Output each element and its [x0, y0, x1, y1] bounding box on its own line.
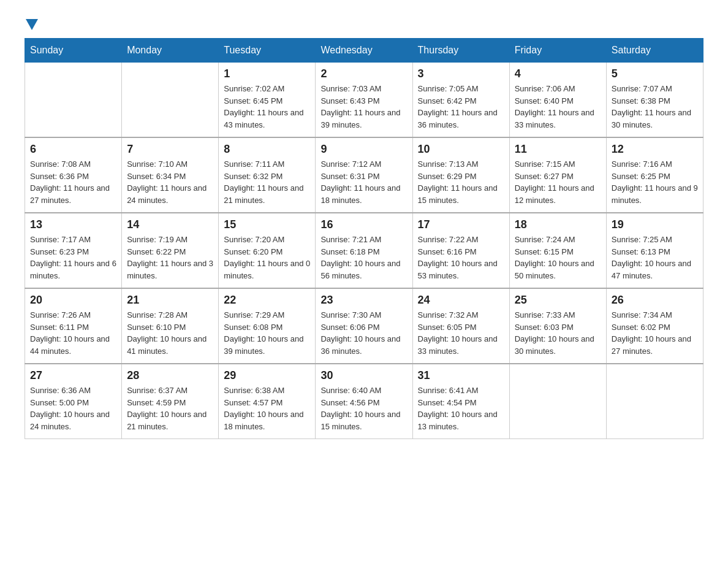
day-info: Sunrise: 7:08 AMSunset: 6:36 PMDaylight:…: [30, 158, 116, 206]
week-row-2: 13Sunrise: 7:17 AMSunset: 6:23 PMDayligh…: [25, 213, 703, 288]
daylight-text: Daylight: 10 hours and 21 minutes.: [127, 408, 213, 432]
calendar-cell: 18Sunrise: 7:24 AMSunset: 6:15 PMDayligh…: [509, 213, 606, 288]
day-info: Sunrise: 7:07 AMSunset: 6:38 PMDaylight:…: [612, 83, 698, 131]
sunset-text: Sunset: 6:18 PM: [320, 246, 407, 258]
sunrise-text: Sunrise: 6:41 AM: [418, 385, 504, 397]
day-number: 7: [127, 143, 213, 156]
sunrise-text: Sunrise: 7:12 AM: [320, 158, 407, 170]
calendar-header: Sunday Monday Tuesday Wednesday Thursday…: [25, 39, 703, 63]
day-info: Sunrise: 7:28 AMSunset: 6:10 PMDaylight:…: [127, 309, 213, 357]
day-info: Sunrise: 7:17 AMSunset: 6:23 PMDaylight:…: [30, 234, 116, 282]
sunset-text: Sunset: 4:56 PM: [320, 397, 407, 409]
sunrise-text: Sunrise: 7:29 AM: [224, 309, 310, 321]
sunrise-text: Sunrise: 7:03 AM: [320, 83, 407, 95]
daylight-text: Daylight: 10 hours and 15 minutes.: [320, 408, 407, 432]
calendar-cell: 11Sunrise: 7:15 AMSunset: 6:27 PMDayligh…: [509, 137, 606, 213]
daylight-text: Daylight: 11 hours and 0 minutes.: [224, 258, 310, 282]
day-number: 2: [320, 67, 407, 80]
calendar-cell: 29Sunrise: 6:38 AMSunset: 4:57 PMDayligh…: [219, 364, 316, 439]
sunrise-text: Sunrise: 7:05 AM: [418, 83, 504, 95]
calendar-cell: [122, 63, 219, 138]
daylight-text: Daylight: 11 hours and 18 minutes.: [320, 182, 407, 206]
day-info: Sunrise: 7:16 AMSunset: 6:25 PMDaylight:…: [612, 158, 698, 206]
day-info: Sunrise: 7:29 AMSunset: 6:08 PMDaylight:…: [224, 309, 310, 357]
sunset-text: Sunset: 5:00 PM: [30, 397, 116, 409]
daylight-text: Daylight: 10 hours and 50 minutes.: [515, 258, 601, 282]
day-info: Sunrise: 7:34 AMSunset: 6:02 PMDaylight:…: [612, 309, 698, 357]
day-number: 20: [30, 294, 116, 307]
sunset-text: Sunset: 6:16 PM: [418, 246, 504, 258]
calendar-cell: 1Sunrise: 7:02 AMSunset: 6:45 PMDaylight…: [219, 63, 316, 138]
day-info: Sunrise: 7:11 AMSunset: 6:32 PMDaylight:…: [224, 158, 310, 206]
day-number: 26: [612, 294, 698, 307]
sunrise-text: Sunrise: 7:11 AM: [224, 158, 310, 170]
daylight-text: Daylight: 10 hours and 41 minutes.: [127, 333, 213, 357]
daylight-text: Daylight: 11 hours and 21 minutes.: [224, 182, 310, 206]
sunrise-text: Sunrise: 7:25 AM: [612, 234, 698, 246]
day-number: 31: [418, 369, 504, 382]
sunset-text: Sunset: 6:15 PM: [515, 246, 601, 258]
day-number: 14: [127, 218, 213, 231]
day-number: 22: [224, 294, 310, 307]
calendar-cell: 31Sunrise: 6:41 AMSunset: 4:54 PMDayligh…: [412, 364, 509, 439]
sunrise-text: Sunrise: 7:28 AM: [127, 309, 213, 321]
day-number: 3: [418, 67, 504, 80]
calendar-cell: 7Sunrise: 7:10 AMSunset: 6:34 PMDaylight…: [122, 137, 219, 213]
header-sunday: Sunday: [25, 39, 122, 63]
daylight-text: Daylight: 10 hours and 47 minutes.: [612, 258, 698, 282]
sunrise-text: Sunrise: 6:40 AM: [320, 385, 407, 397]
week-row-3: 20Sunrise: 7:26 AMSunset: 6:11 PMDayligh…: [25, 288, 703, 364]
sunset-text: Sunset: 6:23 PM: [30, 246, 116, 258]
calendar-cell: 20Sunrise: 7:26 AMSunset: 6:11 PMDayligh…: [25, 288, 122, 364]
day-info: Sunrise: 7:10 AMSunset: 6:34 PMDaylight:…: [127, 158, 213, 206]
sunrise-text: Sunrise: 7:07 AM: [612, 83, 698, 95]
calendar-cell: 10Sunrise: 7:13 AMSunset: 6:29 PMDayligh…: [412, 137, 509, 213]
calendar-cell: 22Sunrise: 7:29 AMSunset: 6:08 PMDayligh…: [219, 288, 316, 364]
header-saturday: Saturday: [606, 39, 703, 63]
day-number: 17: [418, 218, 504, 231]
sunset-text: Sunset: 6:36 PM: [30, 170, 116, 183]
day-number: 11: [515, 143, 601, 156]
day-info: Sunrise: 7:02 AMSunset: 6:45 PMDaylight:…: [224, 83, 310, 131]
sunrise-text: Sunrise: 7:17 AM: [30, 234, 116, 246]
calendar-cell: 27Sunrise: 6:36 AMSunset: 5:00 PMDayligh…: [25, 364, 122, 439]
daylight-text: Daylight: 11 hours and 12 minutes.: [515, 182, 601, 206]
sunset-text: Sunset: 6:34 PM: [127, 170, 213, 183]
day-info: Sunrise: 6:36 AMSunset: 5:00 PMDaylight:…: [30, 385, 116, 432]
sunrise-text: Sunrise: 7:20 AM: [224, 234, 310, 246]
sunrise-text: Sunrise: 6:38 AM: [224, 385, 310, 397]
sunset-text: Sunset: 6:25 PM: [612, 170, 698, 183]
calendar-cell: [25, 63, 122, 138]
calendar-cell: 8Sunrise: 7:11 AMSunset: 6:32 PMDaylight…: [219, 137, 316, 213]
sunset-text: Sunset: 6:02 PM: [612, 321, 698, 334]
sunset-text: Sunset: 6:27 PM: [515, 170, 601, 183]
calendar-cell: 19Sunrise: 7:25 AMSunset: 6:13 PMDayligh…: [606, 213, 703, 288]
calendar-cell: 24Sunrise: 7:32 AMSunset: 6:05 PMDayligh…: [412, 288, 509, 364]
sunset-text: Sunset: 6:45 PM: [224, 95, 310, 107]
logo-arrow-icon: [26, 19, 38, 33]
day-number: 10: [418, 143, 504, 156]
sunrise-text: Sunrise: 7:02 AM: [224, 83, 310, 95]
calendar-cell: 9Sunrise: 7:12 AMSunset: 6:31 PMDaylight…: [316, 137, 412, 213]
daylight-text: Daylight: 11 hours and 9 minutes.: [612, 182, 698, 206]
sunrise-text: Sunrise: 7:26 AM: [30, 309, 116, 321]
daylight-text: Daylight: 10 hours and 18 minutes.: [224, 408, 310, 432]
calendar-body: 1Sunrise: 7:02 AMSunset: 6:45 PMDaylight…: [25, 63, 703, 439]
calendar-cell: 12Sunrise: 7:16 AMSunset: 6:25 PMDayligh…: [606, 137, 703, 213]
sunrise-text: Sunrise: 7:21 AM: [320, 234, 407, 246]
day-number: 1: [224, 67, 310, 80]
sunrise-text: Sunrise: 7:30 AM: [320, 309, 407, 321]
day-number: 12: [612, 143, 698, 156]
calendar-cell: 25Sunrise: 7:33 AMSunset: 6:03 PMDayligh…: [509, 288, 606, 364]
daylight-text: Daylight: 11 hours and 33 minutes.: [515, 107, 601, 131]
sunrise-text: Sunrise: 7:08 AM: [30, 158, 116, 170]
sunrise-text: Sunrise: 7:16 AM: [612, 158, 698, 170]
day-number: 27: [30, 369, 116, 382]
calendar-table: Sunday Monday Tuesday Wednesday Thursday…: [25, 38, 703, 439]
calendar-cell: 28Sunrise: 6:37 AMSunset: 4:59 PMDayligh…: [122, 364, 219, 439]
calendar-cell: 6Sunrise: 7:08 AMSunset: 6:36 PMDaylight…: [25, 137, 122, 213]
day-number: 9: [320, 143, 407, 156]
day-number: 8: [224, 143, 310, 156]
calendar-cell: 30Sunrise: 6:40 AMSunset: 4:56 PMDayligh…: [316, 364, 412, 439]
header-tuesday: Tuesday: [219, 39, 316, 63]
